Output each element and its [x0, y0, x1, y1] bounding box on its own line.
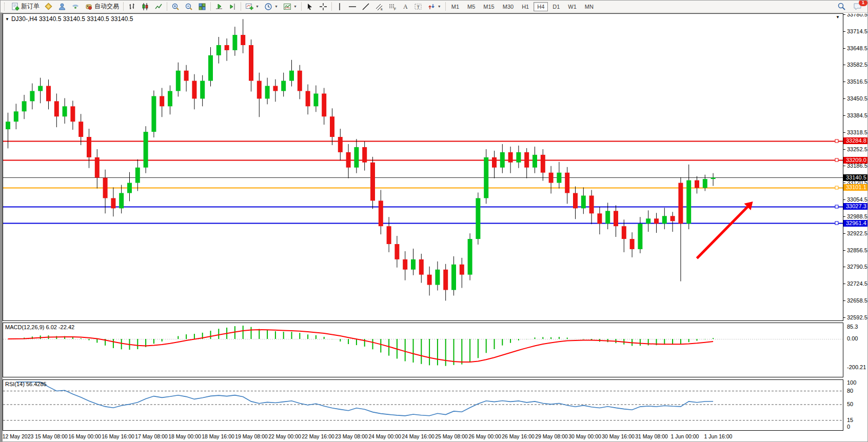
charts-button[interactable] [43, 2, 55, 12]
equidistant-channel-button[interactable]: E [373, 2, 385, 12]
timeframe-mn[interactable]: MN [581, 2, 597, 11]
candle-bull [151, 96, 156, 132]
hline-handle[interactable] [835, 222, 838, 225]
candle-bull [638, 224, 642, 249]
arrows-button[interactable]: ▼ [425, 2, 443, 12]
candle-bull [216, 45, 221, 55]
zoom-out-icon [185, 3, 193, 11]
auto-scroll-button[interactable] [213, 2, 225, 12]
candle-bear [257, 81, 262, 99]
templates-button[interactable]: ▼ [281, 2, 299, 12]
candle-bull [411, 259, 416, 270]
candle-bull [14, 111, 18, 122]
arrow-annotation[interactable] [697, 206, 748, 258]
candle-bear [492, 157, 497, 168]
candle-bear [403, 259, 407, 270]
dropdown-caret-icon: ▼ [274, 5, 278, 8]
rsi-panel[interactable]: RSI(14) 56.4285 [3, 379, 843, 431]
new-order-button[interactable]: 新订单 [9, 1, 42, 12]
cursor-button[interactable] [304, 2, 316, 12]
candle-bull [208, 55, 213, 81]
candle-bull [176, 71, 181, 91]
text-label-icon: T [414, 3, 422, 11]
macd-axis-label: -200.21 [843, 364, 866, 370]
toolbar-group-chart-type [126, 2, 165, 12]
candlestick-button[interactable] [139, 2, 151, 12]
trendline-button[interactable] [360, 2, 372, 12]
candle-bear [103, 178, 108, 198]
line-chart-button[interactable] [152, 2, 165, 12]
price-chart-canvas [3, 14, 843, 320]
chart-menu-icon[interactable]: ▼ [5, 17, 9, 22]
timeframe-m15[interactable]: M15 [480, 2, 498, 11]
price-badge-33209.0: 33209.0 [843, 157, 868, 164]
hline-handle[interactable] [835, 158, 838, 162]
candle-bear [589, 195, 594, 213]
price-chart-panel[interactable]: ▼ DJ30-,H4 33140.5 33140.5 33140.5 33140… [3, 13, 843, 321]
hline-handle[interactable] [835, 139, 838, 143]
separator [241, 2, 241, 11]
rsi-axis-label: 100 [843, 379, 856, 386]
timeframe-h4[interactable]: H4 [534, 2, 548, 11]
timeframe-w1[interactable]: W1 [564, 2, 580, 11]
crosshair-icon [319, 3, 327, 11]
candle-bull [476, 198, 480, 239]
fibonacci-button[interactable]: F [386, 2, 399, 12]
macd-axis: 85.30.00-200.21 [843, 323, 868, 377]
price-badge-33101.1: 33101.1 [843, 184, 868, 191]
vertical-line-icon [336, 3, 343, 11]
chart-corner-menu-icon[interactable]: ▼ [836, 15, 840, 19]
separator [210, 2, 211, 11]
signals-button[interactable] [69, 2, 82, 12]
rsi-axis-label: 80 [843, 388, 853, 394]
macd-label: MACD(12,26,9) 6.02 -22.42 [5, 324, 74, 330]
candle-bear [460, 265, 464, 275]
candle-bear [225, 45, 229, 50]
time-label: 17 May 08:00 [135, 433, 168, 439]
timeframe-m30[interactable]: M30 [499, 2, 517, 11]
timeframe-m5[interactable]: M5 [464, 2, 479, 11]
candle-bear [524, 152, 529, 168]
hline-handle[interactable] [835, 186, 838, 189]
toolbar-right: 1 [835, 1, 865, 12]
indicators-button[interactable]: ▼ [243, 2, 261, 12]
time-label: 22 May 16:00 [302, 433, 334, 439]
svg-text:E: E [381, 8, 383, 11]
candle-bull [63, 106, 67, 116]
vertical-line-button[interactable] [334, 2, 345, 12]
periods-button[interactable]: ▼ [262, 2, 280, 12]
zoom-out-button[interactable] [183, 2, 195, 12]
timeframe-d1[interactable]: D1 [549, 2, 563, 11]
clock-icon [264, 3, 272, 11]
price-badge-33284.8: 33284.8 [843, 137, 868, 144]
crosshair-button[interactable] [317, 2, 329, 12]
timeframe-h1[interactable]: H1 [518, 2, 532, 11]
candle-bull [646, 218, 650, 224]
zoom-in-button[interactable] [169, 2, 182, 12]
chart-title: DJ30-,H4 33140.5 33140.5 33140.5 33140.5 [11, 15, 133, 23]
profile-button[interactable] [56, 2, 68, 12]
horizontal-line-button[interactable] [346, 2, 359, 12]
price-axis[interactable]: 33780.533714.533648.533582.533516.533450… [843, 14, 868, 320]
macd-panel[interactable]: MACD(12,26,9) 6.02 -22.42 [3, 323, 843, 377]
text-label-button[interactable]: T [412, 2, 424, 12]
toolbar: 新订单 [1, 1, 867, 13]
bar-chart-button[interactable] [126, 2, 138, 12]
search-button[interactable] [835, 1, 848, 12]
text-button[interactable]: A [400, 2, 411, 12]
candlestick-icon [141, 3, 149, 11]
candle-bear [427, 275, 432, 285]
chat-button[interactable]: 1 [851, 1, 864, 12]
autotrading-button[interactable]: 自动交易 [83, 1, 121, 12]
candle-bull [581, 195, 586, 208]
time-axis[interactable]: 12 May 202315 May 08:0016 May 00:0016 Ma… [3, 431, 843, 442]
hline-handle[interactable] [835, 205, 838, 208]
toolbar-grip [4, 3, 7, 11]
timeframe-m1[interactable]: M1 [448, 2, 463, 11]
candle-bear [298, 71, 302, 91]
shift-chart-button[interactable] [226, 2, 239, 12]
gold-icon [45, 3, 53, 11]
toolbar-group-cursor [304, 2, 329, 12]
tile-windows-icon [198, 3, 206, 11]
tile-windows-button[interactable] [196, 2, 208, 12]
